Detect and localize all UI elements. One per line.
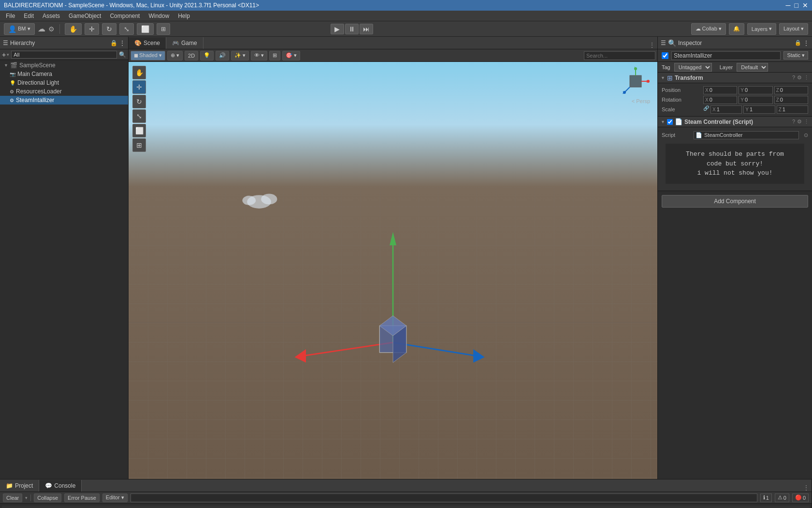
- scale-link-icon[interactable]: 🔗: [703, 105, 709, 114]
- account-services[interactable]: 🔔: [729, 23, 744, 35]
- scale-z-field[interactable]: Z 1: [777, 105, 808, 114]
- collapse-button[interactable]: Collapse: [34, 493, 61, 502]
- scale-tool[interactable]: ⤡: [119, 23, 134, 35]
- overlay-rotate-tool[interactable]: ↻: [132, 95, 146, 108]
- console-message-1[interactable]: ℹ [17:45:20] App with name Baldi's Basic…: [2, 506, 810, 508]
- hierarchy-lock-icon[interactable]: 🔒: [110, 40, 117, 46]
- transform-settings-btn[interactable]: ⚙: [797, 75, 802, 81]
- move-tool[interactable]: ✛: [85, 23, 99, 35]
- script-component-header[interactable]: ▼ 📄 Steam Controller (Script) ? ⚙ ⋮: [658, 117, 812, 127]
- add-hierarchy-button[interactable]: +: [2, 51, 6, 59]
- hierarchy-scene-root[interactable]: ▼ 🎬 SampleScene: [0, 61, 128, 70]
- account-button[interactable]: 👤 BM ▾: [4, 23, 35, 35]
- hierarchy-item-resources-loader[interactable]: ⚙ ResourcesLoader: [0, 87, 128, 96]
- audio-toggle[interactable]: 🔊: [216, 51, 229, 60]
- menu-assets[interactable]: Assets: [39, 12, 64, 20]
- script-ref-value[interactable]: 📄 SteamController: [694, 131, 799, 139]
- play-button[interactable]: ▶: [331, 24, 344, 34]
- hierarchy-search-input[interactable]: [11, 51, 117, 59]
- hierarchy-item-main-camera[interactable]: 📷 Main Camera: [0, 70, 128, 78]
- menu-gameobject[interactable]: GameObject: [65, 12, 105, 20]
- maximize-button[interactable]: □: [795, 1, 798, 9]
- error-pause-button[interactable]: Error Pause: [64, 493, 100, 502]
- layers-button[interactable]: Layers ▾: [747, 23, 776, 35]
- draw-mode-button[interactable]: ◼ Shaded ▾: [130, 51, 165, 60]
- position-x-field[interactable]: X 0: [703, 86, 737, 94]
- bottom-tabs: 📁 Project 💬 Console ⋮: [0, 479, 812, 492]
- gizmo-button[interactable]: ⊕ ▾: [167, 51, 183, 60]
- scale-y-field[interactable]: Y 1: [743, 105, 775, 114]
- pause-button[interactable]: ⏸: [345, 24, 359, 34]
- tab-game[interactable]: 🎮 Game: [166, 37, 203, 49]
- transform-tool[interactable]: ⊞: [157, 23, 170, 35]
- scale-x-field[interactable]: X 1: [710, 105, 742, 114]
- scene-settings-icon[interactable]: ⋮: [649, 41, 655, 49]
- script-settings-btn[interactable]: ⚙: [797, 119, 802, 125]
- position-z-field[interactable]: Z 0: [774, 86, 808, 94]
- scene-view[interactable]: ✋ ✛ ↻ ⤡ ⬜ ⊞: [129, 62, 657, 479]
- layout-button[interactable]: Layout ▾: [779, 23, 808, 35]
- rect-tool[interactable]: ⬜: [137, 23, 154, 35]
- menu-edit[interactable]: Edit: [20, 12, 38, 20]
- tab-console[interactable]: 💬 Console: [39, 480, 82, 492]
- scene-grid-btn[interactable]: ⊞: [269, 51, 280, 60]
- overlay-transform-tool[interactable]: ⊞: [132, 138, 146, 152]
- hierarchy-menu-icon[interactable]: ☰: [3, 40, 8, 46]
- transform-help-btn[interactable]: ?: [792, 75, 795, 81]
- rotation-y-field[interactable]: Y 0: [739, 96, 772, 104]
- object-active-checkbox[interactable]: [662, 52, 668, 59]
- clear-arrow[interactable]: ▾: [25, 495, 28, 500]
- scene-search-input[interactable]: [584, 51, 655, 60]
- clear-button[interactable]: Clear: [3, 493, 22, 502]
- collab-button[interactable]: ☁ Collab ▾: [691, 23, 726, 35]
- inspector-more-icon[interactable]: ⋮: [803, 40, 809, 46]
- add-component-button[interactable]: Add Component: [662, 195, 808, 208]
- tab-project[interactable]: 📁 Project: [0, 480, 39, 492]
- hidden-objects[interactable]: 👁 ▾: [251, 51, 267, 60]
- rotation-x-field[interactable]: X 0: [703, 96, 737, 104]
- script-component-checkbox[interactable]: [667, 119, 673, 125]
- transform-header[interactable]: ▼ ⊞ Transform ? ⚙ ⋮: [658, 73, 812, 83]
- error-count: 0: [803, 495, 806, 501]
- add-hierarchy-arrow[interactable]: ▾: [7, 52, 9, 57]
- editor-button[interactable]: Editor ▾: [102, 493, 128, 502]
- rotate-tool[interactable]: ↻: [102, 23, 116, 35]
- overlay-rect-tool[interactable]: ⬜: [132, 124, 146, 137]
- inspector-menu-icon[interactable]: ☰: [661, 40, 666, 46]
- minimize-button[interactable]: ─: [786, 1, 791, 9]
- step-button[interactable]: ⏭: [360, 24, 373, 34]
- warn-count: 0: [783, 495, 786, 501]
- close-button[interactable]: ✕: [802, 1, 808, 9]
- light-toggle[interactable]: 💡: [200, 51, 214, 60]
- script-more-btn[interactable]: ⋮: [804, 119, 809, 125]
- menu-component[interactable]: Component: [106, 12, 144, 20]
- rotation-z-field[interactable]: Z 0: [774, 96, 808, 104]
- overlay-scale-tool[interactable]: ⤡: [132, 109, 146, 123]
- overlay-hand-tool[interactable]: ✋: [132, 66, 146, 79]
- steam-intallizer-label: SteamIntallizer: [16, 97, 54, 104]
- position-y-field[interactable]: Y 0: [739, 86, 772, 94]
- script-select-btn[interactable]: ⊙: [804, 132, 808, 138]
- menu-file[interactable]: File: [2, 12, 19, 20]
- menu-window[interactable]: Window: [145, 12, 173, 20]
- overlay-move-tool[interactable]: ✛: [132, 80, 146, 94]
- inspector-lock-icon[interactable]: 🔒: [795, 40, 801, 46]
- console-settings-icon[interactable]: ⋮: [803, 484, 810, 492]
- static-arrow[interactable]: ▾: [802, 52, 805, 58]
- hand-tool[interactable]: ✋: [65, 23, 82, 35]
- script-help-btn[interactable]: ?: [792, 119, 795, 125]
- scene-gizmo[interactable]: Y X Z: [621, 67, 650, 97]
- tag-select[interactable]: Untagged: [674, 63, 712, 72]
- tab-scene[interactable]: 🎨 Scene: [129, 37, 166, 49]
- object-name-input[interactable]: [671, 51, 781, 60]
- gizmos-btn[interactable]: 🎯 ▾: [282, 51, 300, 60]
- hierarchy-item-directional-light[interactable]: 💡 Directional Light: [0, 78, 128, 87]
- console-search-input[interactable]: [130, 493, 757, 502]
- effects-toggle[interactable]: ✨ ▾: [231, 51, 249, 60]
- transform-more-btn[interactable]: ⋮: [804, 75, 809, 81]
- menu-help[interactable]: Help: [174, 12, 194, 20]
- hierarchy-item-steam-intallizer[interactable]: ⚙ SteamIntallizer: [0, 96, 128, 105]
- layer-select[interactable]: Default: [737, 63, 768, 72]
- hierarchy-more-icon[interactable]: ⋮: [119, 40, 125, 46]
- 2d-button[interactable]: 2D: [185, 51, 198, 60]
